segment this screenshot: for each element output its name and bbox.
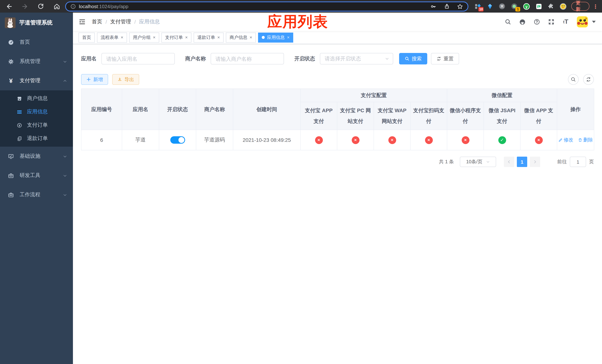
tab-refund-order[interactable]: 退款订单×	[194, 32, 224, 43]
col-app-name: 应用名	[122, 89, 159, 130]
merchant-name-input[interactable]	[211, 53, 284, 64]
goto-suffix: 页	[589, 159, 594, 165]
browser-forward-icon[interactable]	[21, 3, 29, 10]
add-button[interactable]: 新增	[81, 74, 108, 85]
extension-y-icon[interactable]: y	[523, 3, 530, 10]
chevron-down-icon	[63, 59, 67, 64]
extension-recorder-icon[interactable]: 1	[511, 3, 518, 10]
sidebar-logo[interactable]: 芋道管理系统	[0, 13, 73, 32]
tab-label: 支付订单	[165, 34, 183, 41]
page-size-select[interactable]: 10条/页	[460, 157, 496, 167]
help-icon[interactable]	[534, 19, 540, 25]
reset-button[interactable]: 重置	[431, 53, 459, 64]
status-icon: ×	[352, 136, 359, 144]
status-select[interactable]: 请选择开启状态	[320, 53, 393, 64]
fullscreen-icon[interactable]	[548, 19, 555, 25]
goto-page-input[interactable]	[570, 157, 586, 167]
extensions-row: 10 ⌘ 1 y	[474, 3, 567, 10]
sidebar-item-pay-order[interactable]: 支付订单	[0, 118, 73, 132]
enable-switch[interactable]	[170, 136, 185, 144]
cell-alipay-app: ×	[301, 130, 337, 150]
extensions-puzzle-icon[interactable]	[547, 3, 555, 10]
sidebar-item-payment[interactable]: ¥ 支付管理	[0, 71, 73, 90]
avatar-caret-icon[interactable]	[592, 21, 596, 23]
browser-menu-icon[interactable]: ⋮	[593, 3, 598, 9]
trash-icon	[578, 138, 582, 142]
next-page-button[interactable]	[530, 157, 540, 167]
tab-close-icon[interactable]: ×	[185, 35, 188, 40]
chevron-down-icon	[385, 57, 389, 61]
col-status: 开启状态	[159, 89, 196, 130]
edit-link[interactable]: 修改	[558, 137, 573, 143]
prev-page-button[interactable]	[504, 157, 514, 167]
site-info-icon[interactable]	[70, 3, 76, 9]
tab-label: 应用信息	[267, 34, 285, 41]
sidebar-collapse-icon[interactable]	[78, 18, 86, 26]
font-size-icon[interactable]: tT	[562, 19, 569, 25]
tab-close-icon[interactable]: ×	[121, 35, 123, 40]
password-key-icon[interactable]	[430, 3, 437, 10]
github-icon[interactable]	[519, 19, 526, 25]
extension-command-icon[interactable]: ⌘	[498, 3, 506, 10]
browser-home-icon[interactable]	[53, 3, 60, 10]
sidebar-item-app-info[interactable]: 应用信息	[0, 105, 73, 118]
page-number-current[interactable]: 1	[517, 157, 527, 167]
search-button[interactable]: 搜索	[399, 53, 427, 64]
tab-process-form[interactable]: 流程表单×	[97, 32, 127, 43]
storefront-icon	[17, 96, 22, 101]
col-created: 创建时间	[233, 89, 301, 130]
browser-back-icon[interactable]	[5, 3, 13, 10]
col-wechat-mini: 微信小程序支付	[447, 102, 484, 130]
reset-button-label: 重置	[443, 55, 453, 62]
url-host: localhost	[79, 3, 98, 9]
top-navbar: 首页 / 支付管理 / 应用信息 tT	[73, 13, 602, 31]
tags-view: 首页 流程表单× 用户分组× 支付订单× 退款订单× 商户信息× 应用信息×	[73, 31, 602, 44]
breadcrumb-payment[interactable]: 支付管理	[110, 19, 131, 25]
tab-user-group[interactable]: 用户分组×	[129, 32, 159, 43]
profile-avatar-icon[interactable]	[559, 3, 567, 10]
extension-grid-icon[interactable]: 10	[474, 3, 482, 10]
tab-close-icon[interactable]: ×	[249, 35, 252, 40]
url-path: :1024/pay/app	[98, 3, 129, 9]
yen-circle-icon	[17, 122, 22, 128]
browser-reload-icon[interactable]	[37, 3, 44, 10]
address-bar[interactable]: localhost:1024/pay/app	[65, 1, 469, 11]
svg-text:⌘: ⌘	[500, 4, 504, 9]
delete-label: 删除	[583, 137, 593, 143]
tab-home[interactable]: 首页	[78, 32, 95, 43]
sidebar-item-dev-tools[interactable]: 研发工具	[0, 166, 73, 185]
sidebar-item-system[interactable]: 系统管理	[0, 52, 73, 71]
sidebar-item-refund-order[interactable]: 退款订单	[0, 132, 73, 145]
status-select-placeholder: 请选择开启状态	[325, 55, 361, 62]
sidebar-item-infrastructure[interactable]: 基础设施	[0, 147, 73, 166]
toggle-search-icon[interactable]	[568, 74, 579, 85]
cell-wechat-jsapi: ✓	[484, 130, 520, 150]
tab-merchant-info[interactable]: 商户信息×	[226, 32, 256, 43]
col-merchant: 商户名称	[196, 89, 233, 130]
sidebar-item-merchant-info[interactable]: 商户信息	[0, 92, 73, 105]
tab-pay-order[interactable]: 支付订单×	[161, 32, 191, 43]
tab-app-info[interactable]: 应用信息×	[258, 32, 293, 43]
sidebar-item-label: 应用信息	[27, 108, 48, 115]
tab-label: 首页	[82, 34, 91, 41]
pagination-total: 共 1 条	[439, 159, 454, 165]
header-search-icon[interactable]	[505, 19, 511, 25]
extension-chat-icon[interactable]	[535, 3, 543, 10]
sidebar-item-home[interactable]: 首页	[0, 32, 73, 52]
sidebar-item-workflow[interactable]: 工作流程	[0, 185, 73, 204]
tab-close-icon[interactable]: ×	[217, 35, 220, 40]
share-icon[interactable]	[444, 3, 450, 10]
chevron-up-icon	[63, 79, 67, 83]
app-name-input[interactable]	[101, 53, 175, 64]
tab-close-icon[interactable]: ×	[153, 35, 155, 40]
extension-balloon-icon[interactable]	[486, 3, 494, 10]
refresh-table-icon[interactable]	[583, 74, 594, 85]
yen-icon: ¥	[8, 78, 14, 84]
user-avatar[interactable]	[577, 16, 588, 27]
browser-update-button[interactable]: 更新	[571, 2, 589, 11]
tab-close-icon[interactable]: ×	[287, 35, 290, 40]
breadcrumb-home[interactable]: 首页	[92, 19, 102, 25]
bookmark-star-icon[interactable]	[457, 3, 463, 10]
export-button[interactable]: 导出	[112, 74, 139, 85]
delete-link[interactable]: 删除	[578, 137, 593, 143]
